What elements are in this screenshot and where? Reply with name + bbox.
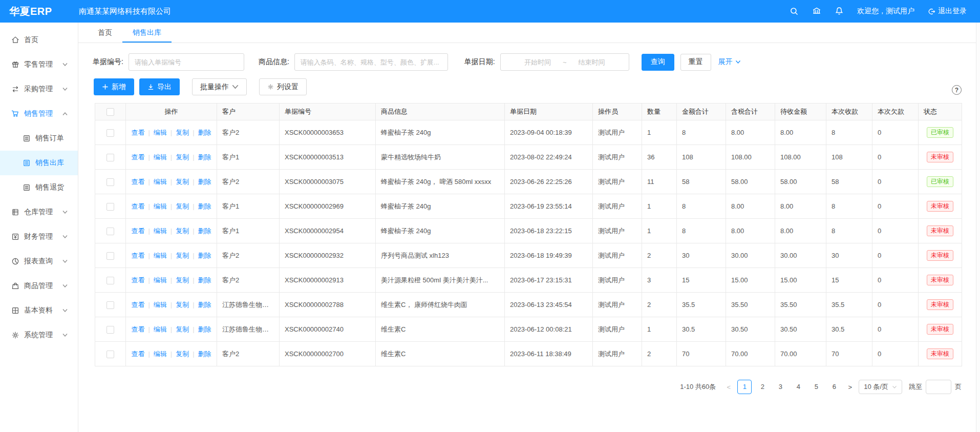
- bell-icon[interactable]: [835, 7, 844, 16]
- status-badge: 未审核: [927, 225, 953, 236]
- product-info-input[interactable]: [294, 53, 448, 71]
- export-button[interactable]: 导出: [139, 78, 180, 95]
- edit-link[interactable]: 编辑: [154, 227, 167, 236]
- cell-received: 35.5: [826, 293, 872, 317]
- sidebar-item-sales-order[interactable]: 销售订单: [0, 126, 78, 151]
- sidebar-item-basic-data[interactable]: 基本资料: [0, 298, 78, 323]
- action-separator: |: [148, 252, 150, 259]
- page-size-select[interactable]: 10 条/页: [859, 380, 902, 394]
- view-link[interactable]: 查看: [131, 325, 144, 334]
- bill-no-input[interactable]: [129, 53, 244, 71]
- edit-link[interactable]: 编辑: [154, 251, 167, 260]
- row-checkbox[interactable]: [106, 326, 114, 334]
- row-checkbox[interactable]: [106, 252, 114, 260]
- next-page-button[interactable]: >: [845, 383, 855, 391]
- delete-link[interactable]: 删除: [198, 349, 211, 359]
- row-checkbox[interactable]: [106, 228, 114, 235]
- row-checkbox[interactable]: [106, 178, 114, 186]
- row-checkbox[interactable]: [106, 277, 114, 284]
- column-settings-button[interactable]: 列设置: [259, 78, 307, 95]
- copy-link[interactable]: 复制: [176, 325, 189, 334]
- edit-link[interactable]: 编辑: [154, 300, 167, 310]
- edit-link[interactable]: 编辑: [154, 153, 167, 162]
- sidebar-item-home[interactable]: 首页: [0, 28, 78, 52]
- expand-link[interactable]: 展开: [718, 57, 741, 67]
- edit-link[interactable]: 编辑: [154, 349, 167, 359]
- copy-link[interactable]: 复制: [176, 300, 189, 310]
- page-button-2[interactable]: 2: [755, 380, 770, 394]
- delete-link[interactable]: 删除: [198, 202, 211, 211]
- date-end-input[interactable]: [573, 58, 609, 66]
- checkbox-cell: [95, 342, 126, 366]
- batch-actions-button[interactable]: 批量操作: [192, 78, 247, 95]
- edit-link[interactable]: 编辑: [154, 325, 167, 334]
- delete-link[interactable]: 删除: [198, 177, 211, 187]
- view-link[interactable]: 查看: [131, 276, 144, 285]
- delete-link[interactable]: 删除: [198, 227, 211, 236]
- copy-link[interactable]: 复制: [176, 202, 189, 211]
- view-link[interactable]: 查看: [131, 349, 144, 359]
- copy-link[interactable]: 复制: [176, 177, 189, 187]
- copy-link[interactable]: 复制: [176, 349, 189, 359]
- view-link[interactable]: 查看: [131, 177, 144, 187]
- row-checkbox[interactable]: [106, 129, 114, 137]
- date-start-input[interactable]: [520, 58, 556, 66]
- prev-page-button[interactable]: <: [723, 383, 734, 391]
- bill-date-range[interactable]: ~: [500, 53, 629, 71]
- cell-receivable: 108.00: [775, 145, 826, 170]
- page-button-6[interactable]: 6: [827, 380, 841, 394]
- sidebar-item-finance-management[interactable]: 财务管理: [0, 224, 78, 249]
- delete-link[interactable]: 删除: [198, 276, 211, 285]
- view-link[interactable]: 查看: [131, 227, 144, 236]
- delete-link[interactable]: 删除: [198, 153, 211, 162]
- organization-icon[interactable]: [812, 7, 821, 16]
- help-icon[interactable]: ?: [952, 85, 962, 95]
- scrollbar[interactable]: [976, 23, 980, 432]
- delete-link[interactable]: 删除: [198, 251, 211, 260]
- page-button-5[interactable]: 5: [809, 380, 823, 394]
- select-all-checkbox[interactable]: [106, 108, 114, 116]
- sidebar-item-sales-outbound[interactable]: 销售出库: [0, 151, 78, 175]
- add-button[interactable]: 新增: [94, 78, 134, 95]
- view-link[interactable]: 查看: [131, 300, 144, 310]
- copy-link[interactable]: 复制: [176, 251, 189, 260]
- sidebar-item-sales-management[interactable]: 销售管理: [0, 101, 78, 126]
- delete-link[interactable]: 删除: [198, 128, 211, 137]
- jump-page-input[interactable]: [926, 380, 951, 394]
- cell-qty: 1: [642, 120, 677, 145]
- delete-link[interactable]: 删除: [198, 325, 211, 334]
- sidebar-item-warehouse-management[interactable]: 仓库管理: [0, 200, 78, 224]
- row-checkbox[interactable]: [106, 351, 114, 358]
- edit-link[interactable]: 编辑: [154, 202, 167, 211]
- sidebar-item-retail-management[interactable]: 零售管理: [0, 52, 78, 77]
- sidebar-item-report-query[interactable]: 报表查询: [0, 249, 78, 274]
- search-button[interactable]: 查询: [642, 54, 674, 71]
- tab-sales-outbound[interactable]: 销售出库: [122, 23, 172, 43]
- sidebar-item-sales-return[interactable]: 销售退货: [0, 175, 78, 200]
- row-checkbox[interactable]: [106, 154, 114, 161]
- copy-link[interactable]: 复制: [176, 227, 189, 236]
- logout-button[interactable]: 退出登录: [928, 7, 967, 16]
- view-link[interactable]: 查看: [131, 251, 144, 260]
- sidebar-item-goods-management[interactable]: 商品管理: [0, 274, 78, 298]
- page-button-4[interactable]: 4: [791, 380, 805, 394]
- copy-link[interactable]: 复制: [176, 153, 189, 162]
- page-button-3[interactable]: 3: [773, 380, 787, 394]
- search-icon[interactable]: [790, 7, 799, 16]
- row-checkbox[interactable]: [106, 301, 114, 309]
- edit-link[interactable]: 编辑: [154, 128, 167, 137]
- edit-link[interactable]: 编辑: [154, 177, 167, 187]
- page-button-1[interactable]: 1: [737, 380, 752, 394]
- view-link[interactable]: 查看: [131, 153, 144, 162]
- sidebar-item-purchase-management[interactable]: 采购管理: [0, 77, 78, 101]
- row-checkbox[interactable]: [106, 203, 114, 211]
- reset-button[interactable]: 重置: [680, 54, 711, 71]
- tab-home[interactable]: 首页: [88, 23, 122, 43]
- sidebar-item-system-management[interactable]: 系统管理: [0, 323, 78, 347]
- copy-link[interactable]: 复制: [176, 128, 189, 137]
- delete-link[interactable]: 删除: [198, 300, 211, 310]
- copy-link[interactable]: 复制: [176, 276, 189, 285]
- view-link[interactable]: 查看: [131, 202, 144, 211]
- view-link[interactable]: 查看: [131, 128, 144, 137]
- edit-link[interactable]: 编辑: [154, 276, 167, 285]
